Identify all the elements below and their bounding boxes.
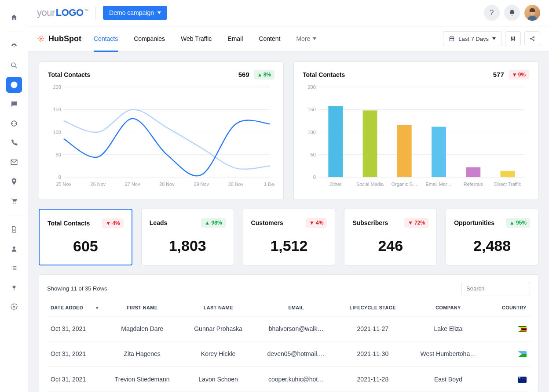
col-date-added[interactable]: DATE ADDED▾ bbox=[47, 300, 102, 316]
flag-icon bbox=[518, 377, 527, 383]
nav-settings[interactable] bbox=[6, 299, 22, 315]
svg-rect-53 bbox=[501, 171, 515, 177]
table-row[interactable]: Oct 31, 2021Zita HagenesKorey Hickledeve… bbox=[47, 341, 530, 367]
col-lifecycle[interactable]: LIFECYCLE STAGE bbox=[338, 300, 407, 316]
nav-chat[interactable] bbox=[6, 96, 22, 112]
side-nav bbox=[0, 0, 28, 392]
line-chart-title: Total Contacts bbox=[48, 71, 90, 78]
flag-icon bbox=[518, 351, 527, 357]
kpi-card-leads[interactable]: Leads▲ 98%1,803 bbox=[141, 209, 234, 265]
line-chart: 05010015020025 Nov26 Nov27 Nov28 Nov29 N… bbox=[48, 82, 274, 190]
nav-search[interactable] bbox=[6, 58, 22, 73]
nav-cart[interactable] bbox=[6, 193, 22, 209]
nav-user[interactable] bbox=[6, 241, 22, 257]
nav-list[interactable] bbox=[6, 260, 22, 276]
svg-text:0: 0 bbox=[59, 174, 61, 180]
svg-text:Email Mar…: Email Mar… bbox=[426, 181, 452, 187]
col-country[interactable]: COUNTRY bbox=[489, 300, 530, 316]
svg-text:Organic S…: Organic S… bbox=[392, 181, 417, 187]
platform-brand: HubSpot bbox=[37, 34, 81, 44]
flag-icon bbox=[518, 326, 527, 332]
bar-chart-title: Total Contacts bbox=[303, 71, 345, 78]
kpi-card-subscribers[interactable]: Subscribers▼ 72%246 bbox=[344, 209, 437, 265]
kpi-card-customers[interactable]: Customers▼ 4%1,512 bbox=[243, 209, 336, 265]
bar-chart-card: Total Contacts 577 ▼ 9% 050100150200Othe… bbox=[293, 62, 538, 200]
svg-text:27 Nov: 27 Nov bbox=[125, 181, 140, 187]
svg-rect-49 bbox=[432, 127, 446, 177]
line-chart-value: 569 bbox=[238, 71, 249, 78]
subheader: HubSpot Contacts Companies Web Traffic E… bbox=[28, 26, 549, 52]
svg-point-4 bbox=[15, 203, 16, 203]
line-chart-card: Total Contacts 569 ▲ 8% 05010015020025 N… bbox=[39, 62, 284, 200]
nav-target[interactable] bbox=[6, 116, 22, 131]
svg-text:200: 200 bbox=[53, 84, 61, 90]
svg-point-8 bbox=[40, 38, 42, 40]
contacts-table-card: Showing 11 of 35 Rows DATE ADDED▾ FIRST … bbox=[39, 274, 538, 392]
logo[interactable]: your LOGO ™ bbox=[37, 7, 88, 18]
tab-web-traffic[interactable]: Web Traffic bbox=[181, 26, 212, 51]
svg-point-1 bbox=[11, 63, 15, 67]
col-email[interactable]: EMAIL bbox=[254, 300, 338, 316]
avatar[interactable] bbox=[524, 5, 540, 21]
svg-text:30 Nov: 30 Nov bbox=[228, 181, 244, 187]
svg-rect-43 bbox=[328, 106, 343, 177]
notifications-button[interactable] bbox=[504, 5, 520, 21]
tab-companies[interactable]: Companies bbox=[134, 26, 165, 51]
search-input[interactable] bbox=[461, 282, 530, 295]
sort-icon: ▾ bbox=[96, 305, 99, 311]
kpi-card-total-contacts[interactable]: Total Contacts▼ 4%605 bbox=[39, 209, 132, 265]
col-first-name[interactable]: FIRST NAME bbox=[102, 300, 183, 316]
svg-text:100: 100 bbox=[53, 129, 61, 134]
svg-point-5 bbox=[13, 247, 15, 249]
svg-rect-47 bbox=[397, 125, 412, 177]
svg-text:1 Dec: 1 Dec bbox=[264, 181, 274, 187]
svg-text:28 Nov: 28 Nov bbox=[159, 181, 175, 187]
svg-point-11 bbox=[512, 39, 513, 40]
svg-rect-9 bbox=[450, 37, 454, 41]
campaign-dropdown[interactable]: Demo campaign bbox=[103, 6, 167, 20]
svg-point-0 bbox=[13, 46, 14, 47]
bar-chart: 050100150200OtherSocial MediaOrganic S…E… bbox=[303, 82, 529, 190]
svg-text:100: 100 bbox=[308, 129, 316, 134]
svg-text:Other: Other bbox=[329, 181, 342, 187]
svg-text:200: 200 bbox=[308, 84, 316, 90]
line-chart-change: ▲ 8% bbox=[254, 70, 274, 80]
nav-phone[interactable] bbox=[6, 135, 22, 151]
nav-location[interactable] bbox=[6, 174, 22, 189]
svg-text:Referrals: Referrals bbox=[464, 181, 483, 187]
svg-point-6 bbox=[13, 306, 15, 308]
tab-content[interactable]: Content bbox=[259, 26, 280, 51]
share-button[interactable] bbox=[524, 31, 540, 46]
svg-text:150: 150 bbox=[308, 107, 316, 112]
filter-settings-button[interactable] bbox=[505, 31, 521, 46]
kpi-card-opportunities[interactable]: Opportunities▲ 95%2,488 bbox=[446, 209, 538, 265]
svg-text:29 Nov: 29 Nov bbox=[194, 181, 209, 187]
tab-email[interactable]: Email bbox=[227, 26, 243, 51]
svg-text:Direct Traffic: Direct Traffic bbox=[494, 181, 521, 187]
svg-text:0: 0 bbox=[313, 174, 316, 180]
table-row[interactable]: Oct 31, 2021Trevion StiedemannLavon Scho… bbox=[47, 367, 530, 392]
table-showing: Showing 11 of 35 Rows bbox=[47, 285, 107, 292]
nav-analytics[interactable] bbox=[6, 77, 22, 93]
svg-rect-51 bbox=[466, 167, 480, 177]
col-company[interactable]: COMPANY bbox=[407, 300, 489, 316]
nav-plug[interactable] bbox=[6, 279, 22, 295]
tab-contacts[interactable]: Contacts bbox=[94, 26, 118, 51]
topbar: your LOGO ™ Demo campaign ? bbox=[28, 0, 549, 26]
nav-mail[interactable] bbox=[6, 154, 22, 170]
svg-point-3 bbox=[13, 203, 14, 203]
bar-chart-value: 577 bbox=[493, 71, 504, 78]
svg-rect-45 bbox=[363, 110, 377, 177]
svg-text:25 Nov: 25 Nov bbox=[56, 181, 71, 187]
table-row[interactable]: Oct 31, 2021Magdalen DareGunnar Prohaska… bbox=[47, 316, 530, 341]
nav-dashboard[interactable] bbox=[6, 38, 22, 54]
col-last-name[interactable]: LAST NAME bbox=[183, 300, 254, 316]
nav-file[interactable] bbox=[6, 221, 22, 237]
help-button[interactable]: ? bbox=[484, 5, 500, 21]
svg-point-12 bbox=[514, 37, 515, 38]
date-range-picker[interactable]: Last 7 Days bbox=[443, 31, 501, 46]
svg-text:50: 50 bbox=[311, 152, 316, 157]
nav-home[interactable] bbox=[6, 10, 22, 25]
svg-point-10 bbox=[511, 37, 512, 38]
tab-more[interactable]: More bbox=[296, 26, 316, 51]
